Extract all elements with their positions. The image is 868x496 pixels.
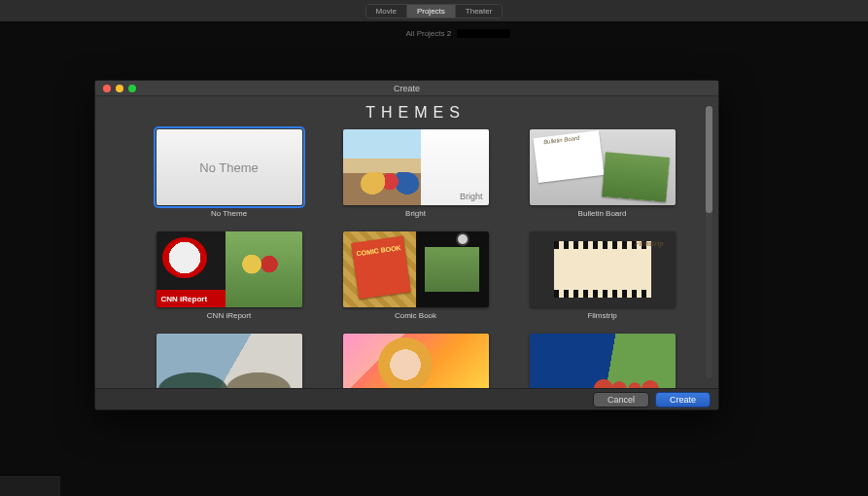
breadcrumb-label: All Projects [406, 29, 445, 38]
breadcrumb-project-tile [457, 29, 510, 38]
cancel-button[interactable]: Cancel [593, 392, 649, 407]
theme-label: Filmstrip [530, 311, 676, 320]
view-segmented-control[interactable]: Movie Projects Theater [365, 4, 503, 18]
theme-thumb: CNN iReport [156, 231, 302, 307]
sheet-body: THEMES No Theme No Theme Bright Bright B… [95, 96, 718, 388]
sheet-titlebar: Create [95, 81, 718, 96]
sheet-footer: Cancel Create [95, 388, 718, 409]
theme-thumb [156, 334, 302, 388]
themes-grid: No Theme No Theme Bright Bright Bulletin… [142, 129, 689, 388]
theme-thumb [530, 334, 676, 388]
theme-label: CNN iReport [156, 311, 302, 320]
theme-cnn-ireport[interactable]: CNN iReport CNN iReport [156, 231, 302, 320]
breadcrumb-count: 2 [447, 29, 451, 38]
theme-comic-book[interactable]: COMIC BOOK Comic Book [343, 231, 489, 320]
theme-label: Bulletin Board [530, 209, 676, 218]
theme-no-theme[interactable]: No Theme No Theme [156, 129, 302, 218]
thumb-text: No Theme [199, 160, 258, 175]
sheet-title: Create [95, 84, 718, 93]
theme-label: No Theme [156, 209, 302, 218]
thumb-band: CNN iReport [156, 290, 226, 307]
bottom-panel-fragment [0, 475, 60, 496]
theme-bulletin-board[interactable]: Bulletin Board Bulletin Board [530, 129, 676, 218]
theme-label: Bright [343, 209, 489, 218]
theme-label: Comic Book [343, 311, 489, 320]
breadcrumb: All Projects 2 [0, 29, 868, 38]
thumb-badge: Bright [460, 192, 483, 201]
create-sheet: Create THEMES No Theme No Theme Bright B… [94, 80, 719, 410]
theme-row3-b[interactable] [343, 334, 489, 388]
create-button[interactable]: Create [655, 392, 711, 407]
theme-row3-a[interactable] [156, 334, 302, 388]
thumb-caption: Bulletin Board [542, 135, 579, 146]
theme-thumb: COMIC BOOK [343, 231, 489, 307]
theme-filmstrip[interactable]: Filmstrip Filmstrip [530, 231, 676, 320]
theme-thumb [343, 334, 489, 388]
thumb-caption: Filmstrip [635, 239, 664, 248]
segment-theater[interactable]: Theater [456, 5, 503, 18]
themes-heading: THEMES [142, 104, 689, 122]
theme-thumb: No Theme [156, 129, 302, 205]
scrollbar[interactable] [706, 106, 712, 378]
segment-projects[interactable]: Projects [407, 5, 456, 18]
theme-thumb: Bulletin Board [530, 129, 676, 205]
theme-row3-c[interactable] [530, 334, 676, 388]
app-toolbar: Movie Projects Theater [0, 0, 868, 21]
theme-thumb: Filmstrip [530, 231, 676, 307]
theme-bright[interactable]: Bright Bright [343, 129, 489, 218]
thumb-book-title: COMIC BOOK [351, 236, 411, 300]
segment-movie[interactable]: Movie [366, 5, 407, 18]
theme-thumb: Bright [343, 129, 489, 205]
scrollbar-thumb[interactable] [706, 106, 712, 213]
